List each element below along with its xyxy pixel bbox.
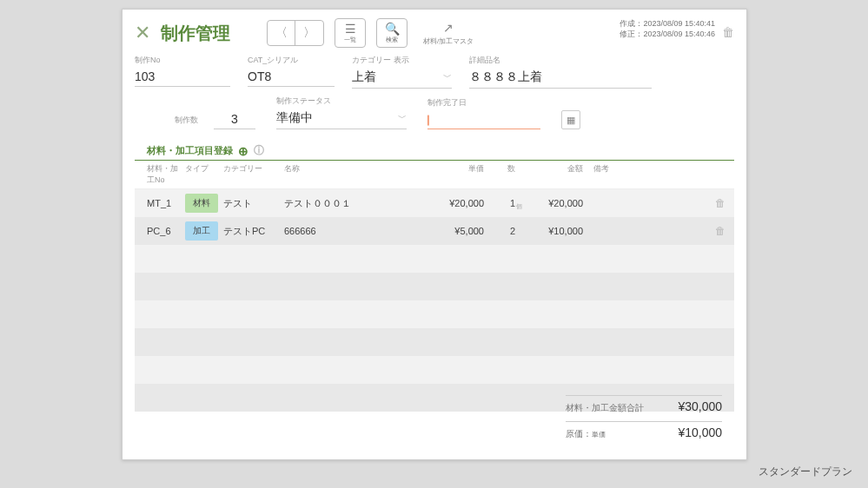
- totals: 材料・加工金額合計 ¥30,000 原価：単価 ¥10,000: [566, 395, 722, 447]
- row-amt: ¥10,000: [515, 226, 583, 236]
- status-select[interactable]: 準備中 ﹀: [276, 109, 407, 129]
- row-no: PC_6: [147, 226, 185, 236]
- section-header: 材料・加工項目登録 ⊕ ⓘ: [135, 135, 734, 161]
- prev-button[interactable]: 〈: [268, 21, 295, 45]
- form-row-2: 制作数 3 制作ステータス 準備中 ﹀ 制作完了日 ▎ ▦: [123, 94, 746, 135]
- row-amt: ¥20,000: [515, 198, 583, 208]
- type-chip: 材料: [185, 194, 218, 213]
- catdisp-select[interactable]: 上着 ﹀: [352, 68, 452, 89]
- sum-value: ¥30,000: [678, 399, 722, 413]
- no-field[interactable]: 103: [135, 68, 230, 87]
- table-row[interactable]: PC_6加工テストPC666666¥5,0002¥10,000🗑: [135, 217, 734, 245]
- table-row: [135, 245, 734, 273]
- plan-label: スタンダードプラン: [759, 465, 852, 479]
- date-label: 制作完了日: [427, 97, 540, 109]
- qty-label: 制作数: [175, 115, 198, 126]
- chevron-down-icon: ﹀: [443, 71, 452, 83]
- delete-row-button[interactable]: 🗑: [715, 225, 726, 237]
- calendar-icon: ▦: [567, 115, 575, 126]
- row-no: MT_1: [147, 198, 185, 208]
- table-row[interactable]: MT_1材料テストテスト０００１¥20,0001個¥20,000🗑: [135, 189, 734, 217]
- main-window: ✕ 制作管理 〈 〉 ☰ 一覧 🔍 検索 ↗ 材料/加工マスタ 作成：2023/…: [122, 9, 747, 460]
- close-icon[interactable]: ✕: [135, 22, 150, 44]
- name-field[interactable]: ８８８８上着: [469, 68, 652, 89]
- list-icon: ☰: [345, 23, 356, 35]
- page-title: 制作管理: [161, 22, 230, 45]
- search-icon: 🔍: [385, 23, 400, 35]
- row-name: テスト０００１: [284, 197, 423, 210]
- delete-row-button[interactable]: 🗑: [715, 197, 726, 209]
- row-price: ¥5,000: [423, 226, 484, 236]
- search-button[interactable]: 🔍 検索: [376, 18, 407, 48]
- header: ✕ 制作管理 〈 〉 ☰ 一覧 🔍 検索 ↗ 材料/加工マスタ 作成：2023/…: [123, 10, 746, 53]
- row-qty: 2: [484, 226, 515, 236]
- table-row: [135, 328, 734, 356]
- delete-record-button[interactable]: 🗑: [722, 25, 734, 39]
- calendar-button[interactable]: ▦: [561, 110, 580, 129]
- table-row: [135, 273, 734, 300]
- table-body: MT_1材料テストテスト０００１¥20,0001個¥20,000🗑PC_6加工テ…: [135, 188, 734, 412]
- chevron-down-icon: ﹀: [398, 112, 407, 124]
- row-qty: 1個: [484, 198, 515, 208]
- name-label: 詳細品名: [469, 55, 652, 66]
- cost-value: ¥10,000: [678, 425, 722, 439]
- table-row: [135, 356, 734, 384]
- row-cat: テスト: [223, 197, 284, 210]
- row-name: 666666: [284, 226, 423, 236]
- row-cat: テストPC: [223, 225, 284, 238]
- table-row: [135, 300, 734, 328]
- next-button[interactable]: 〉: [295, 21, 323, 45]
- add-item-button[interactable]: ⊕: [238, 144, 248, 158]
- date-field[interactable]: ▎: [427, 110, 540, 129]
- nav-group: 〈 〉: [267, 20, 324, 46]
- cost-label: 原価：単価: [566, 428, 606, 440]
- cat-label: CAT_シリアル: [248, 55, 335, 66]
- row-price: ¥20,000: [423, 198, 484, 208]
- catdisp-label: カテゴリー 表示: [352, 55, 452, 66]
- info-icon[interactable]: ⓘ: [254, 143, 264, 158]
- form-row-1: 制作No 103 CAT_シリアル OT8 カテゴリー 表示 上着 ﹀ 詳細品名…: [123, 53, 746, 94]
- type-chip: 加工: [185, 221, 218, 241]
- cat-field[interactable]: OT8: [248, 68, 335, 87]
- no-label: 制作No: [135, 55, 230, 66]
- meta-info: 作成：2023/08/09 15:40:41 修正：2023/08/09 15:…: [620, 18, 715, 39]
- table-header: 材料・加工No タイプ カテゴリー 名称 単価 数 金額 備考: [135, 161, 734, 188]
- master-link[interactable]: ↗ 材料/加工マスタ: [423, 21, 474, 46]
- list-button[interactable]: ☰ 一覧: [335, 18, 366, 48]
- qty-field[interactable]: 3: [214, 110, 255, 129]
- external-icon: ↗: [443, 21, 454, 35]
- sum-label: 材料・加工金額合計: [566, 402, 644, 414]
- status-label: 制作ステータス: [276, 96, 407, 107]
